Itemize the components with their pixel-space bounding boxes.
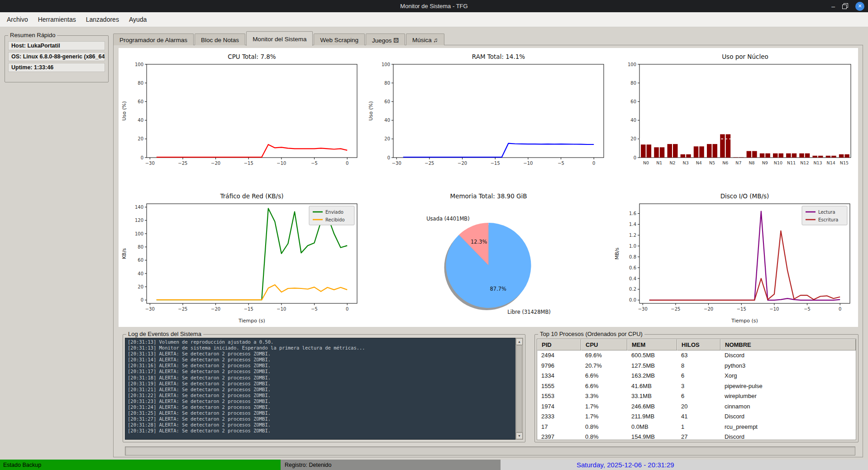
svg-text:0: 0 [387, 155, 390, 160]
table-cell: 1553 [537, 391, 581, 402]
svg-text:60: 60 [138, 258, 143, 263]
table-cell: 600.5MB [627, 350, 677, 361]
table-cell: 127.5MB [627, 361, 677, 371]
tab-web-scraping[interactable]: Web Scraping [314, 34, 365, 45]
network-traffic-chart: Tráfico de Red (KB/s)020406080100120140−… [119, 187, 365, 327]
svg-text:1.2: 1.2 [629, 233, 636, 238]
svg-text:140: 140 [135, 205, 143, 210]
table-cell: 9796 [537, 361, 581, 371]
menu-item-herramientas[interactable]: Herramientas [33, 14, 81, 25]
log-title: Log de Eventos del Sistema [126, 331, 203, 337]
svg-text:−5: −5 [804, 307, 811, 312]
scroll-up-icon[interactable]: ▲ [516, 338, 523, 345]
tab-programador-de-alarmas[interactable]: Programador de Alarmas [113, 34, 194, 45]
table-cell: Discord [720, 432, 856, 440]
app-window: Monitor de Sistema - TFG – ✕ Archivo Her… [0, 0, 868, 470]
svg-text:40: 40 [630, 118, 636, 123]
svg-text:N7: N7 [735, 160, 741, 165]
svg-text:N13: N13 [813, 160, 822, 165]
tab-juegos[interactable]: Juegos ⚄ [366, 34, 405, 45]
restore-icon [842, 3, 848, 9]
log-line: [20:31:16] ALERTA: Se detectaron 2 proce… [128, 363, 515, 369]
svg-text:N6: N6 [722, 160, 728, 165]
table-row[interactable]: 23331.7%211.9MB41Discord [537, 412, 856, 422]
svg-text:87.7%: 87.7% [490, 286, 507, 292]
titlebar[interactable]: Monitor de Sistema - TFG – ✕ [0, 0, 868, 12]
ram-total-chart: RAM Total: 14.1%020406080100−30−25−20−15… [365, 48, 612, 184]
menubar: Archivo Herramientas Lanzadores Ayuda [0, 12, 868, 27]
svg-text:0: 0 [839, 307, 841, 312]
table-row[interactable]: 19741.7%246.6MB20cinnamon [537, 402, 856, 412]
svg-text:0.0: 0.0 [629, 297, 636, 302]
column-header-hilos[interactable]: HILOS [677, 339, 720, 350]
maximize-button[interactable] [842, 3, 848, 9]
menu-item-archivo[interactable]: Archivo [2, 14, 33, 25]
table-cell: 0.8% [581, 422, 627, 432]
svg-text:40: 40 [138, 118, 143, 123]
table-row[interactable]: 170.8%0.0MB1rcu_preempt [537, 422, 856, 432]
tab-m-sica[interactable]: Música ♫ [406, 34, 444, 45]
table-cell: 1334 [537, 371, 581, 381]
table-cell: 6 [677, 371, 720, 381]
svg-text:−25: −25 [424, 161, 434, 166]
svg-text:80: 80 [384, 81, 390, 86]
svg-text:−30: −30 [145, 161, 155, 166]
table-cell: Discord [720, 412, 856, 422]
table-cell: 1.7% [581, 412, 627, 422]
minimize-button[interactable]: – [831, 4, 835, 9]
svg-text:0: 0 [634, 155, 636, 160]
svg-text:−15: −15 [244, 161, 253, 166]
log-line: [20:31:14] ALERTA: Se detectaron 2 proce… [128, 357, 515, 363]
menu-item-ayuda[interactable]: Ayuda [124, 14, 152, 25]
table-cell: 33.1MB [627, 391, 677, 402]
svg-text:MB/s: MB/s [614, 247, 620, 259]
svg-text:Uso por Núcleo: Uso por Núcleo [722, 53, 768, 60]
menu-item-lanzadores[interactable]: Lanzadores [81, 14, 124, 25]
table-cell: 246.6MB [627, 402, 677, 412]
table-cell: 1 [677, 422, 720, 432]
status-datetime: Saturday, 2025-12-06 - 20:31:29 [501, 460, 868, 470]
table-row[interactable]: 23970.8%154.9MB27Discord [537, 432, 856, 440]
log-line: [20:31:13] Monitor de sistema iniciado. … [128, 345, 515, 351]
table-row[interactable]: 13346.6%163.2MB6Xorg [537, 371, 856, 381]
svg-text:−25: −25 [671, 307, 680, 312]
log-console: [20:31:13] Volumen de reproducción ajust… [125, 338, 516, 440]
svg-text:N9: N9 [762, 160, 768, 165]
svg-text:N11: N11 [787, 160, 796, 165]
log-scrollbar[interactable]: ▲ ▼ [515, 338, 523, 440]
svg-text:1.4: 1.4 [629, 222, 636, 227]
table-cell: 63 [677, 350, 720, 361]
svg-text:N10: N10 [774, 160, 782, 165]
table-cell: 6 [677, 391, 720, 402]
scrollbar-thumb[interactable] [516, 345, 522, 432]
svg-text:0: 0 [592, 161, 595, 166]
tab-monitor-del-sistema[interactable]: Monitor del Sistema [246, 31, 313, 46]
log-line: [20:31:29] ALERTA: Se detectaron 2 proce… [128, 428, 515, 434]
tab-bloc-de-notas[interactable]: Bloc de Notas [195, 34, 245, 45]
table-row[interactable]: 15556.6%41.6MB3pipewire-pulse [537, 381, 856, 392]
log-line: [20:31:27] ALERTA: Se detectaron 2 proce… [128, 416, 515, 422]
table-row[interactable]: 15533.3%33.1MB6wireplumber [537, 391, 856, 402]
table-row[interactable]: 979620.7%127.5MB8python3 [537, 361, 856, 371]
table-cell: 6.6% [581, 381, 627, 392]
svg-text:20: 20 [138, 284, 143, 289]
column-header-pid[interactable]: PID [537, 339, 581, 350]
log-line: [20:31:25] ALERTA: Se detectaron 2 proce… [128, 410, 515, 416]
svg-text:Lectura: Lectura [818, 210, 835, 215]
column-header-nombre[interactable]: NOMBRE [720, 339, 856, 350]
column-header-mem[interactable]: MEM [627, 339, 677, 350]
table-cell: 2494 [537, 350, 581, 361]
column-header-cpu[interactable]: CPU [581, 339, 627, 350]
svg-text:12.3%: 12.3% [471, 239, 487, 245]
close-button[interactable]: ✕ [855, 2, 864, 11]
svg-text:KB/s: KB/s [121, 248, 127, 259]
log-line: [20:31:21] ALERTA: Se detectaron 2 proce… [128, 387, 515, 393]
svg-text:−20: −20 [458, 161, 467, 166]
log-line: [20:31:24] ALERTA: Se detectaron 2 proce… [128, 404, 515, 410]
table-row[interactable]: 249469.6%600.5MB63Discord [537, 350, 856, 361]
svg-text:−10: −10 [277, 307, 286, 312]
log-line: [20:31:22] ALERTA: Se detectaron 2 proce… [128, 393, 515, 398]
scroll-down-icon[interactable]: ▼ [516, 432, 523, 439]
svg-text:−10: −10 [523, 161, 533, 166]
progress-bar [125, 446, 855, 456]
